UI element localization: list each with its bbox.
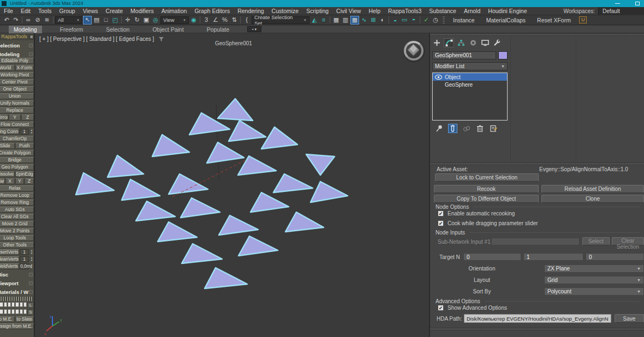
rollout-toggle-icon[interactable] [29,290,33,294]
weldverts-value[interactable]: 0,0mr [20,263,29,269]
clear-all-sgs-button[interactable]: Clear All SGs [0,214,34,220]
menu-arnold[interactable]: Arnold [460,8,484,14]
create-polygon-button[interactable]: Create Polygon [0,150,34,156]
tab-selection[interactable]: Selection [101,26,134,33]
remove-loop-button[interactable]: Remove Loop [0,192,34,198]
select-and-scale-icon[interactable]: ▣ [142,16,151,25]
copy-to-different-object-button[interactable]: Copy To Different Object [434,195,539,203]
schematic-view-icon[interactable]: ⊞ [369,16,378,25]
rollout-toggle-icon[interactable] [29,52,33,56]
weldverts-button[interactable]: WeldVerts [0,263,19,269]
tab-freeform[interactable]: Freeform [55,26,88,33]
menu-houdini-engine[interactable]: Houdini Engine [484,8,530,14]
menu-edit[interactable]: Edit [17,8,34,14]
material-swatch[interactable] [15,309,19,314]
named-selection-sets-icon[interactable]: { [242,16,251,25]
enable-auto-recook-checkbox[interactable]: ✔ [438,210,444,216]
sort-by-dropdown[interactable]: Polycount ▼ [544,287,644,296]
tab-modeling[interactable]: Modeling [9,26,42,33]
align-icon[interactable]: ≡ [319,16,328,25]
tab-populate[interactable]: Populate [202,26,234,33]
layout-dropdown[interactable]: Grid ▼ [544,276,644,284]
rappatools-titlebar[interactable]: ≡ RappaTools ✕ » [0,33,34,40]
y-button[interactable]: Y [9,115,21,121]
scene-explorer-icon[interactable]: ▦ [332,16,341,25]
object-color-swatch[interactable] [498,51,508,59]
menu-help[interactable]: Help [365,8,384,14]
insertverts-button[interactable]: InsertVerts [0,249,19,255]
select-object-icon[interactable]: ↖ [83,16,92,25]
menu-rendering[interactable]: Rendering [234,8,267,14]
material-swatch[interactable] [8,302,11,307]
orientation-dropdown[interactable]: ZX Plane ▼ [544,264,644,273]
make-unique-icon[interactable] [462,124,471,133]
one-object-button[interactable]: One Object [0,86,34,92]
material-swatch[interactable] [4,309,7,314]
weldverts-spinner[interactable]: ▲▼ [29,263,34,269]
bridge-button[interactable]: Bridge [0,157,34,163]
modifier-stack[interactable]: ObjectGeoSphere [432,73,508,121]
geosphere-triangle-face[interactable] [229,121,266,141]
cleanverts-value[interactable]: 1 [20,256,29,262]
union-button[interactable]: Union [0,93,34,99]
auto-sgs-button[interactable]: Auto SGs [0,207,34,213]
geosphere-triangle-face[interactable] [219,215,258,235]
to-slate-button[interactable]: to Slate [15,316,34,322]
z-button[interactable]: Z [21,115,34,121]
show-advanced-options-checkbox[interactable]: ✔ [438,305,444,311]
target-n-field-2[interactable] [523,253,583,261]
render-production-icon[interactable]: ◓ [409,16,418,25]
stack-item-geosphere[interactable]: GeoSphere [433,81,507,88]
l-swatch-button[interactable]: L [27,302,34,308]
mirror-x-button[interactable]: Mirror X [0,115,8,121]
ribbon-toggle-icon[interactable]: ▦ [350,16,359,25]
clone-button[interactable]: Clone [541,195,644,203]
other-tools-button[interactable]: Other Tools [0,242,34,248]
geosphere-triangle-face[interactable] [108,155,144,177]
hierarchy-tab[interactable] [456,38,466,47]
cleanverts-spinner[interactable]: ▲▼ [29,256,34,262]
material-swatch[interactable] [15,302,19,307]
rollout-toggle-icon[interactable] [29,44,33,47]
working-pivot-button[interactable]: Working Pivot [0,72,34,78]
subnetwork-input-field[interactable] [491,238,580,245]
relax-button[interactable]: Relax [0,185,34,191]
display-tab[interactable] [480,38,490,47]
material-swatch[interactable] [11,309,15,314]
angle-snap-icon[interactable]: ∠ [211,16,220,25]
remove-modifier-icon[interactable] [475,124,485,133]
geosphere-triangle-face[interactable] [261,127,297,149]
hda-path-field[interactable] [464,314,611,323]
geosphere-triangle-face[interactable] [218,99,253,121]
menu-scripting[interactable]: Scripting [302,8,332,14]
sidebar-section-viewport[interactable]: Viewport [0,280,34,287]
unify-normals-button[interactable]: Unify Normals [0,100,34,106]
instance-button[interactable]: Instance [448,17,480,23]
menu-substance[interactable]: Substance [425,8,460,14]
geosphere-triangle-face[interactable] [238,236,278,256]
use-pivot-point-icon[interactable]: ◉ [189,16,198,25]
render-setup-icon[interactable]: ◒ [391,16,399,25]
geosphere-triangle-face[interactable] [136,201,175,221]
unlink-selection-icon[interactable]: ⊘ [33,16,42,25]
geosphere-triangle-face[interactable] [205,268,247,288]
menu-modifiers[interactable]: Modifiers [127,8,158,14]
slide-button[interactable]: Slide [0,143,15,149]
perspective-viewport[interactable]: [ + ] [ Perspective ] [ Standard ] [ Edg… [36,33,428,337]
flow-connect-button[interactable]: Flow Connect [0,122,34,128]
select-and-move-icon[interactable]: ✛ [123,16,132,25]
menu-animation[interactable]: Animation [158,8,191,14]
target-n-field-1[interactable] [463,253,521,261]
insertverts-spinner[interactable]: ▲▼ [29,249,34,255]
x-button[interactable]: X [5,178,15,184]
planar-button[interactable]: Planar [0,178,5,184]
geo-polygon-button[interactable]: Geo Polygon [0,164,34,170]
editable-poly-button[interactable]: Editable Poly [0,58,34,64]
pin-stack-icon[interactable] [434,124,444,133]
loop-tools-button[interactable]: Loop Tools [0,235,34,241]
visibility-eye-icon[interactable] [435,75,442,80]
selection-set-dropdown[interactable]: Create Selection Set▼ [252,16,309,24]
material-swatch[interactable] [0,309,3,314]
sidebar-section-modeling[interactable]: Modeling [0,51,34,58]
geosphere-triangle-face[interactable] [122,179,160,200]
